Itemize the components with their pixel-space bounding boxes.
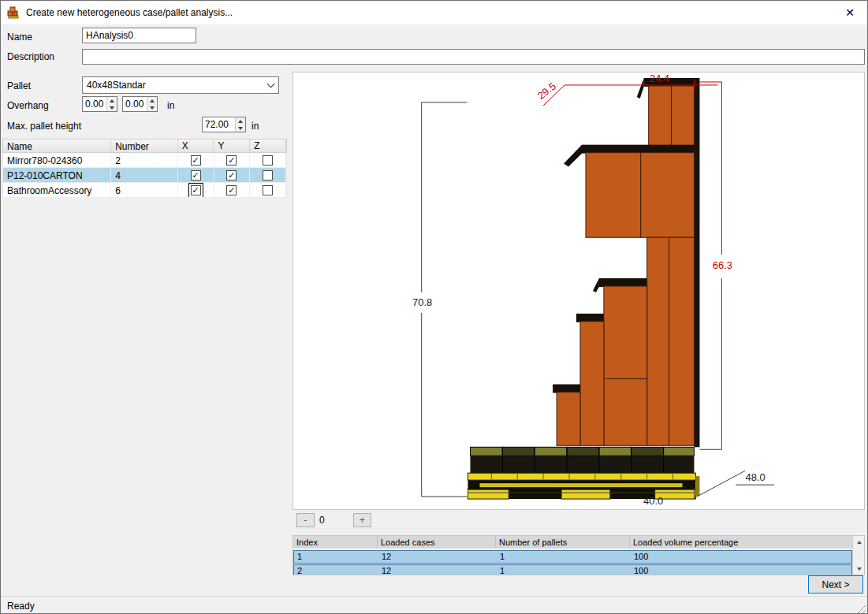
pallet-3d-viewer[interactable]: .box{fill:#c25a1b;stroke:#411d06;stroke-… (292, 72, 865, 510)
result-volume: 100 (631, 551, 851, 563)
y-checkbox[interactable]: ✓ (226, 155, 237, 166)
pallet-index-value: 0 (319, 515, 325, 526)
spin-down-icon[interactable] (107, 104, 117, 111)
spin-up-icon[interactable] (236, 117, 245, 125)
z-checkbox[interactable] (263, 185, 273, 195)
max-pallet-height-label: Max. pallet height (7, 121, 81, 132)
result-index: 2 (294, 565, 378, 575)
spin-up-icon[interactable] (147, 97, 157, 104)
col-header-z[interactable]: Z (250, 140, 286, 152)
col-header-y[interactable]: Y (214, 140, 250, 152)
x-checkbox-cell: ✓ (178, 168, 214, 182)
z-checkbox[interactable] (263, 170, 273, 180)
decrement-button[interactable]: - (296, 513, 315, 527)
overhang-unit-label: in (167, 100, 174, 111)
col-header-number[interactable]: Number (111, 140, 178, 152)
status-bar: Ready (1, 596, 867, 614)
overhang-label: Overhang (7, 100, 49, 111)
increment-button[interactable]: + (353, 513, 371, 527)
y-checkbox-cell: ✓ (214, 168, 251, 182)
max-pallet-height-value: 72.00 (203, 117, 235, 132)
z-checkbox-cell (250, 183, 286, 197)
dim-height-right: 66.3 (713, 259, 732, 271)
overhang-x-input[interactable]: 0.00 (82, 96, 117, 112)
cases-table-header: Name Number X Y Z (2, 139, 287, 153)
result-pallets: 1 (497, 565, 631, 575)
pallet-label: Pallet (7, 80, 31, 91)
results-scrollbar[interactable] (852, 536, 864, 575)
z-checkbox-cell (250, 168, 286, 182)
dim-height-left: 70.8 (412, 296, 432, 308)
table-row[interactable]: P12-010CARTON 4 ✓ ✓ (2, 168, 287, 183)
col-header-loaded-volume[interactable]: Loaded volume percentage (630, 536, 864, 549)
y-checkbox[interactable]: ✓ (226, 185, 237, 195)
next-button[interactable]: Next > (808, 575, 863, 594)
overhang-x-value: 0.00 (83, 97, 106, 111)
dim-depth-top: 29.5 (535, 80, 558, 102)
max-height-unit-label: in (251, 121, 259, 132)
window-title: Create new heterogeneous case/pallet ana… (26, 7, 233, 18)
plus-icon: + (359, 515, 365, 526)
x-checkbox[interactable]: ✓ (191, 170, 201, 180)
app-icon (7, 6, 20, 19)
z-checkbox[interactable] (263, 155, 273, 166)
spin-down-icon[interactable] (236, 125, 245, 132)
result-volume: 100 (631, 565, 851, 575)
case-name-cell: Mirror780-024360 (3, 153, 111, 167)
chevron-down-icon (263, 84, 278, 87)
minus-icon: - (304, 515, 307, 526)
case-number-cell: 2 (111, 153, 178, 167)
title-bar: Create new heterogeneous case/pallet ana… (1, 1, 867, 24)
result-row[interactable]: 2 12 1 100 (293, 564, 852, 575)
y-checkbox-cell: ✓ (214, 183, 251, 197)
case-name-cell: P12-010CARTON (3, 168, 111, 182)
table-row[interactable]: Mirror780-024360 2 ✓ ✓ (2, 153, 287, 168)
result-index: 1 (294, 551, 378, 563)
col-header-index[interactable]: Index (293, 536, 378, 549)
x-checkbox[interactable]: ✓ (191, 155, 201, 166)
dialog-window: Create new heterogeneous case/pallet ana… (0, 0, 868, 614)
col-header-name[interactable]: Name (3, 140, 111, 152)
dim-width-top: 24.4 (650, 73, 669, 84)
close-button[interactable]: ✕ (833, 1, 867, 24)
x-checkbox-cell: ✓ (178, 153, 214, 167)
result-row[interactable]: 1 12 1 100 (293, 550, 852, 564)
y-checkbox-cell: ✓ (214, 153, 251, 167)
x-checkbox[interactable]: ✓ (191, 185, 201, 195)
name-label: Name (7, 32, 32, 43)
z-checkbox-cell (250, 153, 286, 167)
overhang-y-input[interactable]: 0.00 (122, 96, 158, 112)
y-checkbox[interactable]: ✓ (226, 170, 237, 180)
spin-down-icon[interactable] (147, 104, 157, 111)
name-input[interactable] (82, 28, 196, 43)
spin-up-icon[interactable] (107, 97, 117, 104)
pallet-select[interactable]: 40x48Standar (82, 76, 279, 94)
status-text: Ready (7, 601, 35, 612)
results-header: Index Loaded cases Number of pallets Loa… (293, 536, 864, 549)
scroll-down-icon[interactable] (853, 563, 865, 575)
results-table: Index Loaded cases Number of pallets Loa… (292, 535, 865, 575)
pallet-3d-render: .box{fill:#c25a1b;stroke:#411d06;stroke-… (293, 73, 864, 509)
dim-width-bottom: 40.0 (643, 495, 663, 507)
overhang-y-value: 0.00 (123, 97, 147, 111)
resize-grip[interactable] (855, 603, 866, 613)
pallet-selected-value: 40x48Standar (83, 80, 263, 91)
col-header-number-of-pallets[interactable]: Number of pallets (496, 536, 630, 549)
case-name-cell: BathroomAccessory (3, 183, 111, 197)
table-row[interactable]: BathroomAccessory 6 ✓ ✓ (2, 183, 287, 198)
result-pallets: 1 (497, 551, 631, 563)
description-label: Description (7, 51, 54, 62)
col-header-x[interactable]: X (178, 140, 214, 152)
scroll-up-icon[interactable] (853, 536, 865, 548)
cases-table: Name Number X Y Z Mirror780-024360 2 ✓ ✓… (2, 139, 287, 198)
result-loaded-cases: 12 (378, 551, 497, 563)
case-number-cell: 4 (111, 168, 178, 182)
description-input[interactable] (82, 49, 865, 65)
case-number-cell: 6 (111, 183, 178, 197)
close-icon: ✕ (845, 6, 855, 19)
result-loaded-cases: 12 (378, 565, 497, 575)
dim-depth-bottom: 48.0 (746, 471, 766, 483)
x-checkbox-cell: ✓ (178, 183, 214, 197)
max-pallet-height-input[interactable]: 72.00 (202, 117, 246, 132)
col-header-loaded-cases[interactable]: Loaded cases (378, 536, 496, 549)
